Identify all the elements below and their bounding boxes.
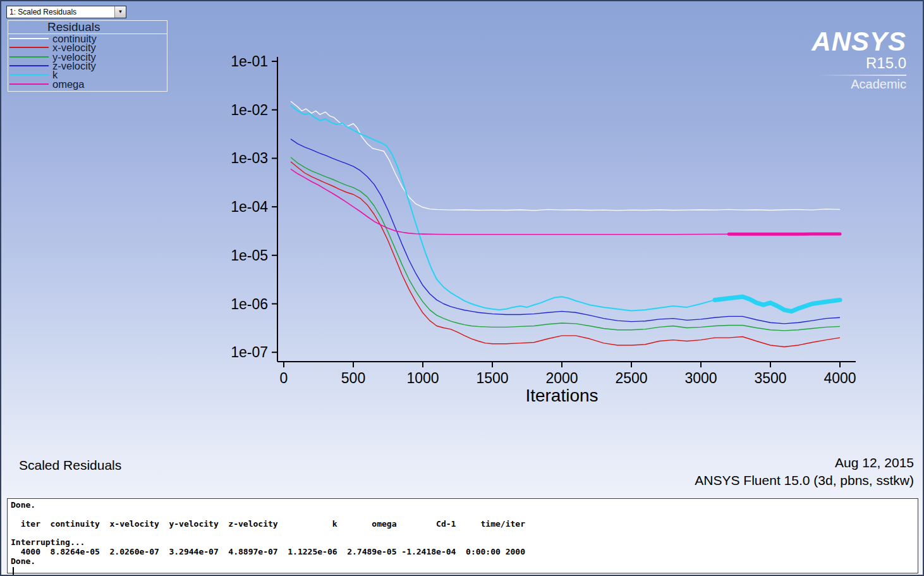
series-omega-line — [291, 169, 840, 234]
legend-swatch — [9, 74, 49, 75]
console-line — [11, 529, 915, 538]
console-caret-line — [11, 567, 915, 576]
view-selector-dropdown[interactable]: 1: Scaled Residuals ▼ — [6, 6, 126, 18]
x-axis-label: Iterations — [525, 386, 598, 405]
console-line: Done. — [11, 501, 915, 510]
plot-meta: Aug 12, 2015 ANSYS Fluent 15.0 (3d, pbns… — [695, 454, 914, 489]
plot-app-version: ANSYS Fluent 15.0 (3d, pbns, sstkw) — [695, 472, 914, 489]
plot-date: Aug 12, 2015 — [695, 454, 914, 472]
legend-item-z-velocity: z-velocity — [8, 61, 167, 70]
legend-swatch — [9, 56, 49, 58]
x-tick-label: 1500 — [476, 370, 508, 386]
y-tick-label: 1e-03 — [231, 150, 268, 166]
ansys-logo-divider — [817, 75, 906, 76]
legend-title: Residuals — [8, 21, 167, 33]
series-k-line — [291, 105, 840, 311]
console[interactable]: Done. iter continuity x-velocity y-veloc… — [7, 498, 918, 573]
x-tick-label: 0 — [280, 370, 288, 386]
y-tick-label: 1e-06 — [231, 296, 268, 312]
legend-item-omega: omega — [8, 79, 167, 88]
series-continuity-line — [291, 101, 840, 211]
console-line: 4000 8.8264e-05 2.0260e-07 3.2944e-07 4.… — [11, 548, 915, 557]
plot-caption: Scaled Residuals — [19, 458, 121, 473]
x-tick-label: 2500 — [615, 370, 647, 386]
legend-item-label: omega — [52, 80, 84, 89]
series-y-velocity-line — [291, 157, 840, 331]
app-window: 1: Scaled Residuals ▼ Residuals continui… — [0, 0, 924, 576]
chevron-down-icon: ▼ — [118, 9, 123, 15]
series-k-noise-band — [715, 297, 840, 311]
legend-swatch — [9, 65, 49, 66]
console-line: iter continuity x-velocity y-velocity z-… — [11, 520, 915, 529]
y-tick-label: 1e-02 — [231, 102, 268, 118]
console-line — [11, 510, 915, 520]
console-line: Interrupting... — [11, 538, 915, 548]
legend-swatch — [9, 47, 49, 48]
legend-item-k: k — [8, 70, 167, 79]
x-tick-label: 4000 — [824, 370, 856, 386]
ansys-brand-text: ANSYS — [812, 29, 906, 54]
text-cursor — [13, 567, 14, 575]
legend: Residuals continuity x-velocity y-veloci… — [8, 20, 167, 92]
ansys-version-text: R15.0 — [812, 54, 906, 71]
ansys-logo: ANSYS R15.0 Academic — [812, 29, 906, 91]
legend-swatch — [9, 83, 49, 85]
x-tick-label: 2000 — [545, 370, 578, 386]
series-x-velocity-line — [291, 162, 840, 347]
ansys-edition-text: Academic — [812, 77, 906, 91]
x-tick-label: 3500 — [754, 370, 786, 386]
view-selector-value[interactable]: 1: Scaled Residuals — [7, 6, 114, 18]
dropdown-arrow-button[interactable]: ▼ — [114, 6, 126, 18]
console-line: Done. — [11, 557, 915, 567]
y-tick-label: 1e-05 — [231, 247, 268, 264]
y-tick-label: 1e-04 — [231, 199, 268, 215]
x-tick-label: 1000 — [406, 370, 439, 386]
x-tick-label: 500 — [341, 370, 365, 386]
x-tick-label: 3000 — [684, 370, 717, 386]
y-tick-label: 1e-07 — [231, 344, 268, 360]
y-tick-label: 1e-01 — [231, 53, 268, 70]
legend-item-label: z-velocity — [52, 61, 96, 70]
series-z-velocity-line — [291, 139, 840, 324]
legend-swatch — [9, 38, 49, 39]
